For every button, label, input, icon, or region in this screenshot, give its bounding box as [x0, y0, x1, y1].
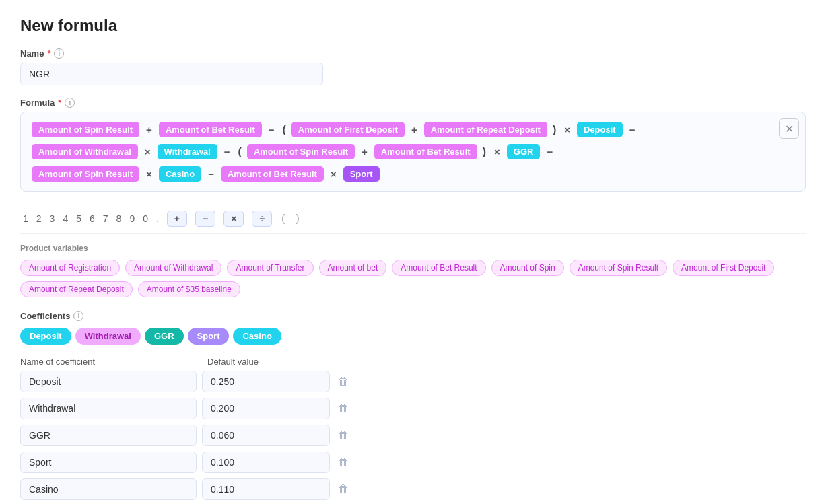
- token-casino[interactable]: Casino: [159, 166, 201, 182]
- var-amount-bet-result[interactable]: Amount of Bet Result: [392, 260, 485, 276]
- formula-row-3: Amount of Spin Result × Casino − Amount …: [32, 166, 794, 182]
- var-amount-transfer[interactable]: Amount of Transfer: [227, 260, 313, 276]
- token-amount-bet-result-2[interactable]: Amount of Bet Result: [374, 144, 477, 159]
- formula-field-group: Formula * i Amount of Spin Result + Amou…: [20, 98, 806, 192]
- var-amount-first-deposit[interactable]: Amount of First Deposit: [673, 260, 774, 276]
- token-amount-bet-result-3[interactable]: Amount of Bet Result: [221, 166, 324, 182]
- delete-deposit-button[interactable]: 🗑: [335, 373, 351, 390]
- token-withdrawal[interactable]: Withdrawal: [158, 144, 217, 159]
- token-ggr[interactable]: GGR: [507, 144, 541, 159]
- page-title: New formula: [20, 16, 806, 35]
- chip-deposit[interactable]: Deposit: [20, 328, 71, 345]
- paren-close-2: ): [481, 146, 487, 158]
- key-minus[interactable]: −: [195, 211, 215, 227]
- token-amount-bet-result-1[interactable]: Amount of Bet Result: [159, 122, 262, 137]
- key-3[interactable]: 3: [50, 213, 55, 224]
- op-minus-5: −: [205, 167, 217, 181]
- coeff-name-withdrawal[interactable]: [20, 398, 197, 419]
- coefficients-section: Coefficients i Deposit Withdrawal GGR Sp…: [20, 311, 806, 504]
- token-amount-first-deposit[interactable]: Amount of First Deposit: [291, 122, 405, 137]
- keypad-row: 1 2 3 4 5 6 7 8 9 0 . + − × ÷ ( ): [20, 204, 806, 234]
- coeff-row-withdrawal: 🗑: [20, 398, 411, 419]
- var-amount-35-baseline[interactable]: Amount of $35 baseline: [138, 281, 240, 297]
- formula-info-icon[interactable]: i: [65, 98, 75, 108]
- var-amount-repeat-deposit[interactable]: Amount of Repeat Deposit: [20, 281, 133, 297]
- op-minus-2: −: [627, 122, 638, 137]
- chip-withdrawal[interactable]: Withdrawal: [75, 328, 141, 345]
- delete-ggr-button[interactable]: 🗑: [335, 427, 351, 444]
- formula-row-1: Amount of Spin Result + Amount of Bet Re…: [32, 122, 794, 137]
- key-multiply[interactable]: ×: [223, 211, 244, 227]
- key-paren-open[interactable]: (: [280, 213, 286, 225]
- coefficients-info-icon[interactable]: i: [73, 311, 83, 321]
- op-minus-4: −: [544, 145, 555, 159]
- coefficients-table: Name of coefficient Default value 🗑 🗑 🗑 …: [20, 357, 411, 500]
- key-7[interactable]: 7: [103, 213, 108, 224]
- name-info-icon[interactable]: i: [54, 48, 64, 59]
- op-minus-3: −: [221, 145, 233, 159]
- op-times-5: ×: [328, 167, 339, 181]
- var-amount-spin-result[interactable]: Amount of Spin Result: [570, 260, 667, 276]
- paren-open-1: (: [281, 124, 287, 136]
- formula-label: Formula * i: [20, 98, 806, 108]
- delete-sport-button[interactable]: 🗑: [335, 454, 351, 471]
- token-amount-withdrawal[interactable]: Amount of Withdrawal: [32, 144, 138, 159]
- coeff-value-ggr[interactable]: [202, 425, 330, 446]
- formula-area: Amount of Spin Result + Amount of Bet Re…: [20, 112, 806, 192]
- var-amount-bet[interactable]: Amount of bet: [319, 260, 387, 276]
- delete-withdrawal-button[interactable]: 🗑: [335, 400, 351, 417]
- coeff-value-deposit[interactable]: [202, 371, 330, 392]
- coeff-row-sport: 🗑: [20, 452, 411, 473]
- token-amount-spin-result-2[interactable]: Amount of Spin Result: [247, 144, 355, 159]
- formula-clear-button[interactable]: ✕: [779, 118, 799, 139]
- chip-sport[interactable]: Sport: [188, 328, 230, 345]
- formula-required: *: [58, 98, 61, 108]
- coeff-value-casino[interactable]: [202, 478, 330, 500]
- name-required: *: [47, 48, 50, 59]
- delete-casino-button[interactable]: 🗑: [335, 480, 351, 498]
- paren-close-1: ): [551, 124, 557, 136]
- key-1[interactable]: 1: [23, 213, 28, 224]
- token-amount-spin-result-3[interactable]: Amount of Spin Result: [32, 166, 139, 182]
- key-2[interactable]: 2: [36, 213, 42, 224]
- var-amount-registration[interactable]: Amount of Registration: [20, 260, 120, 276]
- key-dot[interactable]: .: [156, 213, 159, 224]
- coeff-name-casino[interactable]: [20, 478, 197, 500]
- coeff-name-ggr[interactable]: [20, 425, 197, 446]
- op-times-1: ×: [561, 122, 573, 137]
- coeff-value-sport[interactable]: [202, 452, 330, 473]
- var-amount-withdrawal[interactable]: Amount of Withdrawal: [125, 260, 221, 276]
- col-header-name: Name of coefficient: [20, 357, 202, 367]
- coeff-value-withdrawal[interactable]: [202, 398, 330, 419]
- op-times-3: ×: [491, 145, 503, 159]
- key-6[interactable]: 6: [90, 213, 95, 224]
- key-4[interactable]: 4: [63, 213, 68, 224]
- name-input[interactable]: [20, 63, 323, 85]
- key-divide[interactable]: ÷: [252, 211, 272, 227]
- key-9[interactable]: 9: [129, 213, 135, 224]
- token-amount-spin-result-1[interactable]: Amount of Spin Result: [32, 122, 139, 137]
- token-sport[interactable]: Sport: [343, 166, 380, 182]
- coefficients-chips: Deposit Withdrawal GGR Sport Casino: [20, 328, 806, 345]
- key-0[interactable]: 0: [143, 213, 148, 224]
- chip-casino[interactable]: Casino: [233, 328, 281, 345]
- chip-ggr[interactable]: GGR: [145, 328, 184, 345]
- var-amount-spin[interactable]: Amount of Spin: [491, 260, 564, 276]
- coefficients-label: Coefficients: [20, 311, 70, 321]
- op-times-2: ×: [142, 145, 153, 159]
- name-label: Name * i: [20, 48, 806, 59]
- token-deposit[interactable]: Deposit: [577, 122, 623, 137]
- formula-row-2: Amount of Withdrawal × Withdrawal − ( Am…: [32, 144, 794, 159]
- name-field-group: Name * i: [20, 48, 806, 85]
- product-variables-list: Amount of Registration Amount of Withdra…: [20, 260, 806, 297]
- key-5[interactable]: 5: [76, 213, 81, 224]
- coeff-name-sport[interactable]: [20, 452, 197, 473]
- key-8[interactable]: 8: [116, 213, 122, 224]
- coeff-name-deposit[interactable]: [20, 371, 197, 392]
- key-paren-close[interactable]: ): [294, 213, 300, 225]
- key-plus[interactable]: +: [167, 211, 187, 227]
- coefficients-table-header: Name of coefficient Default value: [20, 357, 411, 367]
- coeff-row-ggr: 🗑: [20, 425, 411, 446]
- product-variables-section: Product variables Amount of Registration…: [20, 244, 806, 297]
- token-amount-repeat-deposit[interactable]: Amount of Repeat Deposit: [424, 122, 547, 137]
